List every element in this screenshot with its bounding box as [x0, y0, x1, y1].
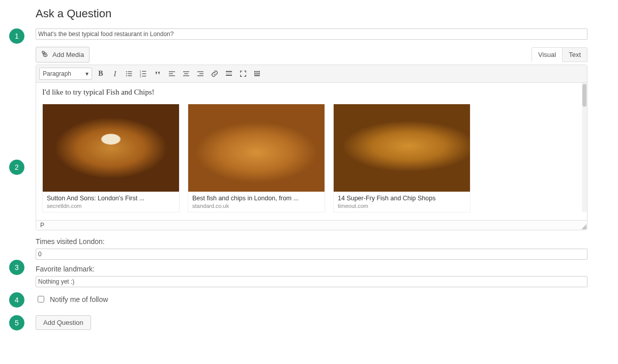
fullscreen-button[interactable] — [238, 68, 249, 79]
svg-rect-20 — [197, 71, 203, 72]
image-caption: 14 Super-Fry Fish and Chip Shops — [334, 192, 470, 202]
align-center-button[interactable] — [181, 68, 192, 79]
svg-rect-16 — [169, 75, 175, 76]
visits-input[interactable] — [36, 249, 587, 260]
image-source: standard.co.uk — [188, 202, 325, 212]
italic-button[interactable]: I — [109, 68, 121, 79]
block-format-label: Paragraph — [43, 70, 71, 77]
bullet-list-button[interactable] — [124, 68, 135, 79]
editor-scrollbar[interactable] — [582, 83, 587, 212]
svg-rect-18 — [184, 73, 188, 74]
tab-visual[interactable]: Visual — [532, 47, 563, 62]
svg-text:3: 3 — [140, 75, 141, 78]
add-question-button[interactable]: Add Question — [36, 315, 91, 330]
page-title: Ask a Question — [36, 7, 587, 20]
svg-rect-19 — [183, 75, 189, 76]
blockquote-button[interactable] — [152, 68, 163, 79]
chevron-down-icon: ▾ — [85, 70, 89, 77]
image-source: timeout.com — [334, 202, 470, 212]
numbered-list-button[interactable]: 123 — [138, 68, 149, 79]
editor-statusbar: P — [36, 220, 587, 230]
editor-path: P — [40, 222, 44, 229]
link-button[interactable] — [209, 68, 220, 79]
image-thumbnail — [334, 104, 470, 192]
svg-rect-28 — [258, 71, 260, 73]
svg-point-0 — [44, 53, 46, 55]
landmark-input[interactable] — [36, 276, 587, 287]
image-source: secretldn.com — [43, 202, 179, 212]
image-thumbnail — [43, 104, 179, 192]
svg-rect-5 — [128, 73, 132, 74]
image-caption: Best fish and chips in London, from ... — [188, 192, 325, 202]
resize-handle-icon[interactable] — [581, 224, 586, 229]
add-media-label: Add Media — [52, 51, 84, 58]
image-card[interactable]: Best fish and chips in London, from ... … — [188, 104, 325, 213]
svg-rect-29 — [254, 73, 256, 75]
svg-rect-23 — [226, 71, 232, 72]
svg-point-2 — [126, 71, 127, 72]
media-icon — [41, 50, 49, 59]
read-more-button[interactable] — [223, 68, 234, 79]
svg-rect-32 — [254, 75, 260, 76]
svg-rect-21 — [199, 73, 203, 74]
svg-rect-30 — [256, 73, 258, 75]
editor-body[interactable]: I'd like to try typical Fish and Chips! … — [36, 83, 587, 220]
notify-checkbox[interactable] — [38, 296, 44, 302]
image-thumbnail — [188, 104, 325, 192]
svg-rect-14 — [169, 71, 175, 72]
editor-scrollbar-thumb[interactable] — [582, 84, 586, 107]
step-badge-2: 2 — [9, 160, 24, 175]
toolbar-toggle-button[interactable] — [252, 68, 263, 79]
tab-text[interactable]: Text — [563, 47, 587, 62]
visits-label: Times visited London: — [36, 237, 587, 246]
step-badge-4: 4 — [9, 292, 24, 308]
add-media-button[interactable]: Add Media — [36, 47, 90, 63]
image-card[interactable]: Sutton And Sons: London's First ... secr… — [42, 104, 180, 213]
align-left-button[interactable] — [166, 68, 178, 79]
svg-point-6 — [126, 75, 127, 76]
editor-toolbar: Paragraph ▾ B I 123 — [36, 65, 587, 83]
svg-point-1 — [42, 51, 44, 53]
block-format-select[interactable]: Paragraph ▾ — [39, 68, 92, 80]
svg-rect-11 — [142, 73, 146, 74]
step-badge-1: 1 — [9, 28, 24, 44]
svg-point-4 — [126, 73, 127, 74]
svg-rect-9 — [142, 71, 146, 72]
image-caption: Sutton And Sons: London's First ... — [43, 192, 179, 202]
svg-rect-27 — [256, 71, 258, 73]
step-badge-5: 5 — [9, 315, 24, 330]
svg-rect-15 — [169, 73, 173, 74]
align-right-button[interactable] — [195, 68, 206, 79]
svg-rect-25 — [226, 75, 232, 76]
notify-label: Notify me of follow — [50, 295, 108, 304]
svg-rect-3 — [128, 71, 132, 72]
svg-rect-22 — [197, 75, 203, 76]
editor-body-text: I'd like to try typical Fish and Chips! — [42, 88, 581, 97]
bold-button[interactable]: B — [95, 68, 106, 79]
question-title-input[interactable] — [36, 28, 587, 40]
notify-row[interactable]: Notify me of follow — [36, 294, 587, 304]
step-badge-3: 3 — [9, 260, 24, 275]
svg-rect-13 — [142, 76, 146, 76]
svg-rect-31 — [258, 73, 260, 75]
svg-rect-17 — [183, 71, 189, 72]
image-card[interactable]: 14 Super-Fry Fish and Chip Shops timeout… — [333, 104, 470, 213]
svg-rect-24 — [226, 73, 232, 74]
svg-rect-7 — [128, 75, 132, 76]
landmark-label: Favorite landmark: — [36, 265, 587, 273]
svg-rect-26 — [254, 71, 256, 73]
